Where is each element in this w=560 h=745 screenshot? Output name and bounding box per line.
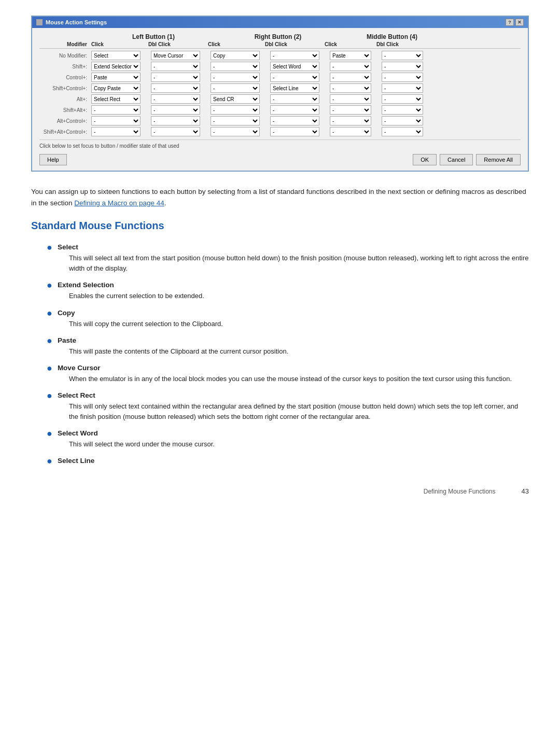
rb-click-select[interactable]: - bbox=[211, 116, 260, 125]
remove-all-button[interactable]: Remove All bbox=[476, 154, 521, 165]
lb-dbl-select[interactable]: - bbox=[151, 127, 200, 136]
dialog-titlebar-left: Mouse Action Settings bbox=[36, 19, 107, 25]
lb-click-header: Click bbox=[91, 41, 148, 47]
mb-dbl-select[interactable]: - bbox=[382, 116, 423, 125]
func-bullet: ● Select Line bbox=[47, 457, 529, 467]
lb-click-select[interactable]: - bbox=[91, 105, 141, 115]
cancel-button[interactable]: Cancel bbox=[440, 154, 473, 165]
func-desc: This will copy the current selection to … bbox=[58, 319, 223, 329]
mb-click-select[interactable]: - bbox=[330, 73, 371, 82]
lb-dbl-cell: - bbox=[151, 94, 211, 104]
mb-click-select[interactable]: - bbox=[330, 83, 371, 93]
rb-dbl-select[interactable]: - bbox=[270, 105, 319, 115]
mb-click-select[interactable]: - bbox=[330, 62, 371, 71]
lb-click-cell: - bbox=[91, 127, 151, 136]
rb-click-select[interactable]: - bbox=[211, 83, 260, 93]
mb-dbl-select[interactable]: - bbox=[382, 73, 423, 82]
lb-click-select[interactable]: Copy Paste bbox=[91, 83, 141, 93]
rb-dbl-select[interactable]: - bbox=[270, 73, 319, 82]
rb-click-select[interactable]: - bbox=[211, 127, 260, 136]
rb-click-cell: - bbox=[211, 127, 270, 136]
lb-dbl-select[interactable]: - bbox=[151, 73, 200, 82]
rb-dbl-select[interactable]: - bbox=[270, 116, 319, 125]
mb-dbl-select[interactable]: - bbox=[382, 127, 423, 136]
lb-dbl-select[interactable]: Move Cursor bbox=[151, 51, 200, 60]
mb-dbl-header: Dbl Click bbox=[376, 41, 428, 47]
mb-dbl-select[interactable]: - bbox=[382, 62, 423, 71]
table-row: Shift+Alt+: - - - - - - bbox=[39, 105, 521, 115]
lb-click-select[interactable]: Select Rect bbox=[91, 94, 141, 104]
rb-click-cell: - bbox=[211, 116, 270, 125]
rb-click-select[interactable]: - bbox=[211, 105, 260, 115]
func-bullet: ● Paste This will paste the contents of … bbox=[47, 336, 529, 357]
lb-click-cell: Select Rect bbox=[91, 94, 151, 104]
lb-dbl-select[interactable]: - bbox=[151, 62, 200, 71]
rb-click-cell: - bbox=[211, 105, 270, 115]
lb-click-select[interactable]: - bbox=[91, 116, 141, 125]
rb-click-select[interactable]: - bbox=[211, 62, 260, 71]
lb-dbl-select[interactable]: - bbox=[151, 105, 200, 115]
mb-dbl-select[interactable]: - bbox=[382, 51, 423, 60]
lb-click-cell: Extend Selection bbox=[91, 62, 151, 71]
func-content: Move Cursor When the emulator is in any … bbox=[58, 364, 512, 384]
func-content: Extend Selection Enables the current sel… bbox=[58, 281, 204, 301]
mb-click-select[interactable]: - bbox=[330, 127, 371, 136]
func-desc: This will select all text from the start… bbox=[58, 253, 529, 274]
rb-click-select[interactable]: - bbox=[211, 73, 260, 82]
bullet-icon: ● bbox=[47, 363, 52, 374]
mb-click-select[interactable]: - bbox=[330, 94, 371, 104]
rb-dbl-cell: - bbox=[270, 116, 330, 125]
table-row: Shift+Control+: Copy Paste - - Select Li… bbox=[39, 83, 521, 93]
modifier-label: Alt+Control+: bbox=[39, 118, 91, 124]
rb-dbl-cell: Select Word bbox=[270, 62, 330, 71]
func-content: Select Rect This will only select text c… bbox=[58, 391, 529, 422]
mb-click-select[interactable]: - bbox=[330, 116, 371, 125]
mb-dbl-select[interactable]: - bbox=[382, 105, 423, 115]
lb-click-select[interactable]: - bbox=[91, 127, 141, 136]
func-content: Paste This will paste the contents of th… bbox=[58, 336, 288, 357]
rb-click-select[interactable]: Send CR bbox=[211, 94, 260, 104]
dialog-actions: Help OK Cancel Remove All bbox=[39, 154, 521, 165]
rb-dbl-select[interactable]: - bbox=[270, 94, 319, 104]
lb-dbl-cell: - bbox=[151, 116, 211, 125]
lb-dbl-select[interactable]: - bbox=[151, 83, 200, 93]
lb-click-select[interactable]: Extend Selection bbox=[91, 62, 141, 71]
func-content: Select This will select all text from th… bbox=[58, 243, 529, 274]
middle-button-label: Middle Button (4) bbox=[340, 33, 444, 40]
lb-dbl-cell: - bbox=[151, 83, 211, 93]
mb-click-cell: - bbox=[330, 94, 382, 104]
func-desc: This will select the word under the mous… bbox=[58, 439, 215, 449]
func-bullet: ● Select This will select all text from … bbox=[47, 243, 529, 274]
mb-click-header: Click bbox=[325, 41, 376, 47]
rb-dbl-cell: Select Line bbox=[270, 83, 330, 93]
rb-dbl-cell: - bbox=[270, 105, 330, 115]
mb-click-select[interactable]: Paste bbox=[330, 51, 371, 60]
rb-click-select[interactable]: Copy bbox=[211, 51, 260, 60]
close-titlebar-btn[interactable]: ✕ bbox=[515, 19, 524, 26]
lb-dbl-cell: - bbox=[151, 127, 211, 136]
modifier-label: Control+: bbox=[39, 75, 91, 80]
mb-dbl-cell: - bbox=[382, 73, 433, 82]
lb-dbl-select[interactable]: - bbox=[151, 116, 200, 125]
mb-click-select[interactable]: - bbox=[330, 105, 371, 115]
mb-dbl-cell: - bbox=[382, 62, 433, 71]
rb-dbl-select[interactable]: Select Word bbox=[270, 62, 319, 71]
mb-dbl-select[interactable]: - bbox=[382, 83, 423, 93]
rb-dbl-select[interactable]: - bbox=[270, 127, 319, 136]
table-row: Alt+: Select Rect - Send CR - - - bbox=[39, 94, 521, 104]
lb-click-cell: - bbox=[91, 116, 151, 125]
lb-dbl-select[interactable]: - bbox=[151, 94, 200, 104]
table-row: Alt+Control+: - - - - - - bbox=[39, 116, 521, 125]
func-name: Select bbox=[58, 243, 529, 251]
rb-dbl-select[interactable]: Select Line bbox=[270, 83, 319, 93]
help-titlebar-btn[interactable]: ? bbox=[506, 19, 514, 26]
lb-click-select[interactable]: Paste bbox=[91, 73, 141, 82]
mb-dbl-select[interactable]: - bbox=[382, 94, 423, 104]
help-button[interactable]: Help bbox=[39, 154, 67, 165]
lb-click-select[interactable]: Select bbox=[91, 51, 141, 60]
macro-link[interactable]: Defining a Macro on page 44 bbox=[74, 199, 164, 207]
rb-dbl-select[interactable]: - bbox=[270, 51, 319, 60]
ok-button[interactable]: OK bbox=[413, 154, 437, 165]
lb-dbl-cell: - bbox=[151, 73, 211, 82]
bullet-icon: ● bbox=[47, 456, 52, 467]
